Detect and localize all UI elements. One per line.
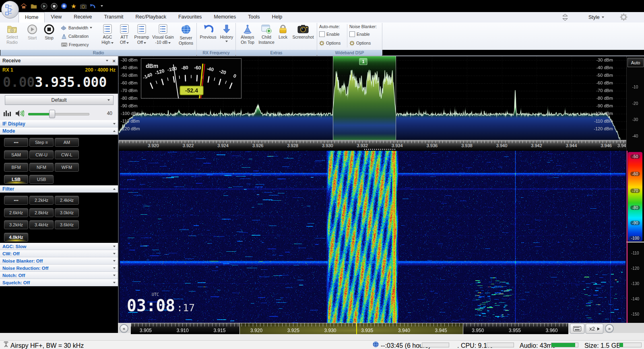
start-button[interactable]: Start <box>24 23 40 41</box>
filter-button-2.4khz[interactable]: 2.4kHz <box>55 196 79 205</box>
auto-mute-options[interactable]: Options <box>319 39 346 47</box>
mode-button-lsb[interactable]: LSB <box>4 175 28 184</box>
always-on-top-button[interactable]: AlwaysOn Top <box>238 23 257 45</box>
mode-button-wfm[interactable]: WFM <box>55 163 79 172</box>
band-scale-label: 3.915 <box>209 328 229 333</box>
agc-button[interactable]: AGCHigh <box>99 23 116 45</box>
start-icon[interactable] <box>40 2 47 10</box>
tab-favourites[interactable]: Favourites <box>172 12 208 23</box>
dsp-row-noise-blanker[interactable]: Noise Blanker: Off <box>0 257 118 265</box>
tab-transmit[interactable]: Transmit <box>98 12 129 23</box>
colorbar-threshold-line[interactable] <box>626 242 644 242</box>
stop-icon[interactable] <box>50 2 58 10</box>
mode-button-nfm[interactable]: NFM <box>29 163 54 172</box>
dsp-row-agc[interactable]: AGC: Slow <box>0 243 118 250</box>
section-mode[interactable]: Mode <box>0 127 118 135</box>
tab-rec-playback[interactable]: Rec/Playback <box>130 12 172 23</box>
history-button[interactable]: History <box>218 23 235 42</box>
checkbox-icon[interactable] <box>319 31 325 37</box>
screenshot-button[interactable]: Screenshot <box>291 23 316 40</box>
mode-button-step-[interactable]: Step ≡ <box>29 138 54 147</box>
filter-button-2.8khz[interactable]: 2.8kHz <box>29 208 54 217</box>
section-filter[interactable]: Filter <box>0 185 118 193</box>
mode-button--[interactable]: ••• <box>4 138 28 147</box>
ribbon-collapse-icon[interactable] <box>562 14 568 23</box>
tab-home[interactable]: Home <box>19 12 45 23</box>
application-menu-button[interactable] <box>1 1 19 18</box>
keyboard-entry-button[interactable] <box>570 324 584 334</box>
section-if-display[interactable]: IF Display <box>0 120 118 127</box>
volume-thumb[interactable] <box>49 110 55 118</box>
band-scale[interactable] <box>131 323 568 334</box>
frequency-button[interactable]: Frequency <box>61 41 98 48</box>
mode-button-am[interactable]: AM <box>55 138 79 147</box>
filter-button-2.6khz[interactable]: 2.6kHz <box>4 208 28 217</box>
preamp-button[interactable]: PreampOff <box>133 23 151 45</box>
filter-button-3.2khz[interactable]: 3.2kHz <box>4 220 28 229</box>
filter-button-4.0khz[interactable]: 4.0kHz <box>4 233 28 242</box>
waterfall-colorbar[interactable] <box>628 152 642 241</box>
zoom-arrow-icon <box>597 327 600 331</box>
mode-button-usb[interactable]: USB <box>29 175 54 184</box>
world-clock-icon[interactable] <box>373 341 379 347</box>
close-icon[interactable]: × <box>112 58 116 64</box>
dsp-row-notch[interactable]: Notch: Off <box>0 272 118 279</box>
filter-button-3.4khz[interactable]: 3.4kHz <box>29 220 54 229</box>
undo-icon[interactable] <box>89 2 96 10</box>
select-radio-button[interactable]: SelectRadio <box>2 23 22 45</box>
scroll-right-button[interactable]: » <box>605 324 614 333</box>
tab-view[interactable]: View <box>45 12 68 23</box>
tab-tools[interactable]: Tools <box>242 12 266 23</box>
speaker-icon[interactable] <box>15 110 24 117</box>
camera-icon[interactable] <box>80 2 87 10</box>
scroll-left-button[interactable]: « <box>120 324 128 333</box>
att-button[interactable]: ATTOff <box>117 23 132 45</box>
home-icon[interactable] <box>20 2 27 10</box>
previous-frequency-button[interactable]: Previous <box>199 23 217 40</box>
frequency-display[interactable]: RX 1 200 - 4000 Hz 0.003.935.000 <box>0 66 118 94</box>
group-caption-rx-frequency: RX Frequency <box>197 50 235 55</box>
band-scale-label: 3.920 <box>246 328 266 333</box>
dsp-row-noise-reduction[interactable]: Noise Reduction: Off <box>0 265 118 272</box>
panel-menu-icon[interactable] <box>106 60 108 62</box>
settings-gear-icon[interactable] <box>620 13 627 23</box>
filter-button--[interactable]: ••• <box>4 196 28 205</box>
tab-memories[interactable]: Memories <box>208 12 242 23</box>
calibration-button[interactable]: Calibration <box>61 33 98 40</box>
tab-receive[interactable]: Receive <box>68 12 98 23</box>
filter-button-2.2khz[interactable]: 2.2kHz <box>29 196 54 205</box>
bandwidth-button[interactable]: Bandwidth <box>61 24 98 31</box>
auto-mute-enable[interactable]: Enable <box>319 31 346 38</box>
equalizer-icon[interactable] <box>3 110 11 117</box>
visual-gain-button[interactable]: Visual Gain-10 dB <box>151 23 175 45</box>
dsp-row-squelch[interactable]: Squelch: Off <box>0 279 118 286</box>
noise-blanker-enable[interactable]: Enable <box>349 31 382 38</box>
volume-slider[interactable] <box>28 110 89 117</box>
stop-button[interactable]: Stop <box>41 23 57 41</box>
mode-button-cw-l[interactable]: CW-L <box>55 150 79 159</box>
add-icon[interactable] <box>60 2 68 10</box>
lock-button[interactable]: Lock <box>276 23 290 40</box>
axis-label-left: -80 dBm <box>121 96 138 101</box>
tab-help[interactable]: Help <box>266 12 288 23</box>
child-instance-button[interactable]: ChildInstance <box>258 23 275 45</box>
filter-button-3.0khz[interactable]: 3.0kHz <box>55 208 79 217</box>
dsp-row-cw[interactable]: CW: Off <box>0 250 118 257</box>
filter-button-3.6khz[interactable]: 3.6kHz <box>55 220 79 229</box>
favourite-star-icon[interactable]: ★ <box>70 2 77 10</box>
open-folder-icon[interactable] <box>30 2 37 10</box>
receive-panel-header[interactable]: Receive × <box>0 56 118 66</box>
preset-dropdown[interactable]: Default <box>5 95 114 105</box>
mode-button-sam[interactable]: SAM <box>4 150 28 159</box>
sdr-console-window: ★ HomeViewReceiveTransmitRec/PlaybackFav… <box>0 0 644 349</box>
server-options-button[interactable]: ServerOptions <box>176 23 196 45</box>
zoom-button[interactable]: x2 <box>586 324 603 334</box>
mode-button-cw-u[interactable]: CW-U <box>29 150 54 159</box>
waterfall-display[interactable] <box>119 151 626 323</box>
noise-blanker-options[interactable]: Options <box>349 39 382 47</box>
mode-button-bfm[interactable]: BFM <box>4 163 28 172</box>
checkbox-icon[interactable] <box>349 31 355 37</box>
quick-access-more-icon[interactable] <box>98 2 105 10</box>
auto-range-button[interactable]: Auto <box>627 58 644 67</box>
style-button[interactable]: Style <box>588 12 604 23</box>
